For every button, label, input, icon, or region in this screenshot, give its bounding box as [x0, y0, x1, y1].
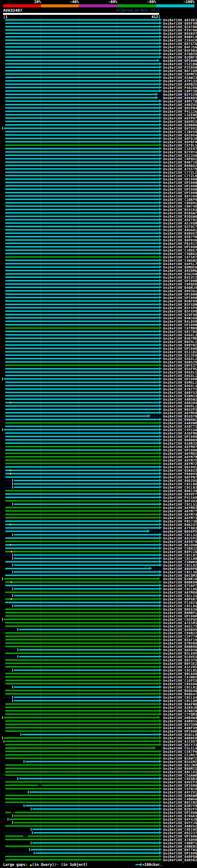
hit-bar[interactable] [5, 243, 159, 244]
hit-bar[interactable] [5, 280, 159, 281]
hit-bar[interactable] [5, 598, 159, 600]
hit-bar[interactable] [5, 290, 159, 291]
hit-bar[interactable] [5, 314, 159, 315]
hit-bar[interactable] [5, 442, 159, 444]
hit-bar[interactable] [5, 585, 159, 586]
hit-bar[interactable] [5, 602, 159, 603]
hit-bar[interactable] [5, 388, 159, 390]
hit-bar[interactable] [9, 818, 159, 820]
hit-bar[interactable] [5, 273, 159, 275]
hit-bar[interactable] [5, 419, 159, 420]
hit-bar[interactable] [5, 727, 159, 728]
hit-bar[interactable] [5, 402, 159, 403]
hit-bar[interactable] [5, 33, 159, 34]
hit-bar[interactable] [5, 568, 149, 569]
hit-bar[interactable] [5, 456, 159, 458]
hit-bar[interactable] [19, 649, 159, 651]
hit-bar[interactable] [5, 256, 159, 258]
hit-bar[interactable] [5, 188, 159, 190]
hit-bar[interactable] [5, 358, 159, 359]
hit-bar[interactable] [5, 87, 159, 88]
hit-bar[interactable] [5, 361, 159, 363]
hit-bar[interactable] [5, 324, 159, 326]
hit-bar[interactable] [5, 53, 159, 55]
hit-bar[interactable] [5, 222, 159, 224]
hit-bar[interactable] [5, 124, 159, 126]
hit-bar[interactable] [5, 253, 159, 254]
hit-bar[interactable] [4, 127, 159, 129]
hit-bar[interactable] [5, 426, 159, 427]
hit-bar[interactable] [5, 348, 159, 349]
hit-bar[interactable] [5, 209, 159, 210]
hit-bar[interactable] [5, 666, 159, 668]
hit-bar[interactable] [5, 507, 159, 508]
hit-bar[interactable] [5, 415, 148, 417]
hit-bar[interactable] [5, 77, 159, 78]
hit-bar[interactable] [5, 36, 159, 37]
hit-bar[interactable] [5, 476, 159, 478]
hit-bar[interactable] [14, 686, 159, 688]
hit-bar[interactable] [5, 713, 159, 715]
hit-bar[interactable] [5, 524, 159, 525]
hit-bar[interactable] [25, 761, 159, 763]
hit-bar[interactable] [5, 29, 159, 31]
hit-bar[interactable] [14, 503, 159, 505]
hit-bar[interactable] [5, 263, 159, 265]
hit-bar[interactable] [5, 84, 159, 85]
hit-bar[interactable] [5, 781, 159, 783]
hit-bar[interactable] [32, 808, 159, 810]
hit-bar[interactable] [4, 717, 158, 718]
hit-bar[interactable] [5, 771, 159, 773]
hit-bar[interactable] [5, 226, 159, 227]
hit-bar[interactable] [5, 232, 159, 234]
hit-bar[interactable] [5, 612, 159, 613]
hit-bar[interactable] [5, 192, 159, 193]
hit-bar[interactable] [5, 764, 159, 766]
hit-bar[interactable] [14, 670, 159, 671]
hit-bar[interactable] [5, 155, 159, 156]
hit-bar[interactable] [5, 46, 159, 48]
hit-bar[interactable] [5, 625, 159, 627]
hit-bar[interactable] [5, 145, 159, 146]
hit-bar[interactable] [5, 165, 159, 166]
hit-bar[interactable] [4, 737, 159, 739]
hit-bar[interactable] [5, 609, 159, 610]
hit-bar[interactable] [5, 368, 159, 370]
hit-bar[interactable] [5, 60, 157, 61]
hit-bar[interactable] [5, 392, 159, 393]
hit-bar[interactable] [5, 632, 159, 634]
hit-bar[interactable] [31, 849, 159, 850]
hit-bar[interactable] [5, 63, 159, 65]
hit-bar[interactable] [19, 656, 159, 657]
hit-bar[interactable] [5, 19, 159, 21]
hit-bar[interactable] [5, 178, 159, 180]
hit-bar[interactable] [5, 270, 159, 271]
hit-bar[interactable] [5, 104, 159, 105]
hit-bar[interactable] [5, 327, 159, 329]
hit-bar[interactable] [5, 331, 159, 332]
hit-bar[interactable] [5, 839, 159, 840]
hit-bar[interactable] [5, 158, 159, 159]
hit-bar[interactable] [5, 172, 159, 173]
hit-bar[interactable] [5, 432, 159, 434]
hit-bar[interactable] [30, 791, 159, 793]
hit-bar[interactable] [5, 344, 159, 346]
hit-bar[interactable] [4, 378, 159, 380]
hit-bar[interactable] [5, 459, 159, 461]
hit-bar[interactable] [5, 168, 159, 170]
hit-bar[interactable] [5, 287, 159, 288]
hit-bar[interactable] [14, 534, 159, 535]
hit-bar[interactable] [5, 812, 10, 813]
hit-bar[interactable] [5, 365, 159, 366]
hit-bar[interactable] [5, 216, 159, 217]
hit-bar[interactable] [5, 561, 159, 563]
hit-bar[interactable] [5, 707, 159, 708]
hit-bar[interactable] [5, 439, 159, 441]
hit-bar[interactable] [14, 696, 159, 698]
hit-bar[interactable] [5, 249, 159, 251]
hit-bar[interactable] [5, 151, 159, 153]
hit-bar[interactable] [5, 517, 159, 519]
hit-bar[interactable] [5, 615, 159, 617]
hit-bar[interactable] [5, 788, 159, 789]
hit-bar[interactable] [5, 56, 159, 58]
